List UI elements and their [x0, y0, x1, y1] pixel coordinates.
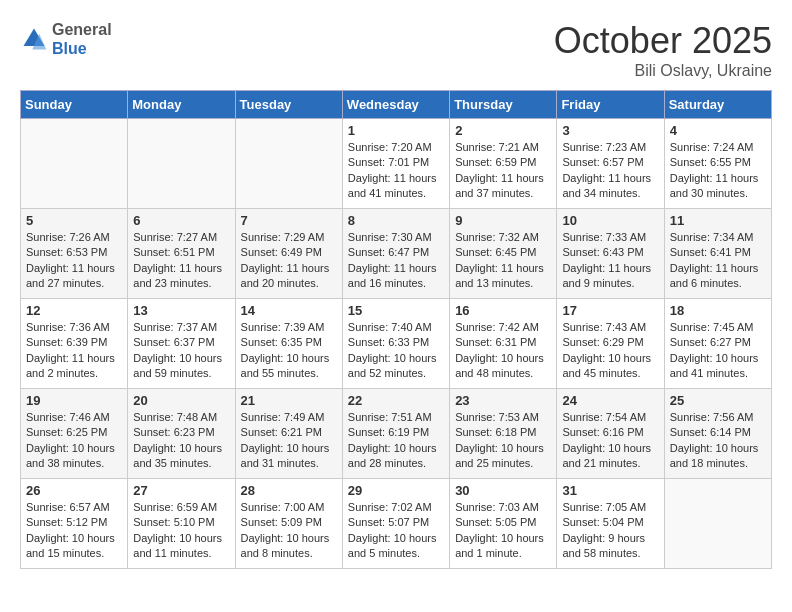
calendar-cell: 13Sunrise: 7:37 AM Sunset: 6:37 PM Dayli…	[128, 299, 235, 389]
day-info: Sunrise: 7:51 AM Sunset: 6:19 PM Dayligh…	[348, 410, 444, 472]
day-number: 27	[133, 483, 229, 498]
day-number: 26	[26, 483, 122, 498]
day-info: Sunrise: 6:59 AM Sunset: 5:10 PM Dayligh…	[133, 500, 229, 562]
day-number: 8	[348, 213, 444, 228]
day-number: 30	[455, 483, 551, 498]
day-info: Sunrise: 7:26 AM Sunset: 6:53 PM Dayligh…	[26, 230, 122, 292]
calendar-cell: 31Sunrise: 7:05 AM Sunset: 5:04 PM Dayli…	[557, 479, 664, 569]
calendar-cell: 19Sunrise: 7:46 AM Sunset: 6:25 PM Dayli…	[21, 389, 128, 479]
weekday-header: Monday	[128, 91, 235, 119]
calendar-cell: 28Sunrise: 7:00 AM Sunset: 5:09 PM Dayli…	[235, 479, 342, 569]
day-number: 24	[562, 393, 658, 408]
day-info: Sunrise: 7:34 AM Sunset: 6:41 PM Dayligh…	[670, 230, 766, 292]
page-header: General Blue October 2025 Bili Oslavy, U…	[20, 20, 772, 80]
day-info: Sunrise: 7:36 AM Sunset: 6:39 PM Dayligh…	[26, 320, 122, 382]
day-info: Sunrise: 7:39 AM Sunset: 6:35 PM Dayligh…	[241, 320, 337, 382]
day-number: 19	[26, 393, 122, 408]
day-number: 14	[241, 303, 337, 318]
calendar-week-row: 12Sunrise: 7:36 AM Sunset: 6:39 PM Dayli…	[21, 299, 772, 389]
calendar-cell	[664, 479, 771, 569]
day-number: 22	[348, 393, 444, 408]
calendar-cell: 30Sunrise: 7:03 AM Sunset: 5:05 PM Dayli…	[450, 479, 557, 569]
day-number: 16	[455, 303, 551, 318]
calendar-cell: 4Sunrise: 7:24 AM Sunset: 6:55 PM Daylig…	[664, 119, 771, 209]
day-number: 18	[670, 303, 766, 318]
calendar-cell: 11Sunrise: 7:34 AM Sunset: 6:41 PM Dayli…	[664, 209, 771, 299]
day-number: 7	[241, 213, 337, 228]
day-info: Sunrise: 7:45 AM Sunset: 6:27 PM Dayligh…	[670, 320, 766, 382]
calendar-cell: 10Sunrise: 7:33 AM Sunset: 6:43 PM Dayli…	[557, 209, 664, 299]
weekday-header: Wednesday	[342, 91, 449, 119]
calendar-cell: 29Sunrise: 7:02 AM Sunset: 5:07 PM Dayli…	[342, 479, 449, 569]
day-info: Sunrise: 7:27 AM Sunset: 6:51 PM Dayligh…	[133, 230, 229, 292]
calendar-week-row: 1Sunrise: 7:20 AM Sunset: 7:01 PM Daylig…	[21, 119, 772, 209]
weekday-header: Thursday	[450, 91, 557, 119]
day-number: 28	[241, 483, 337, 498]
calendar-cell: 26Sunrise: 6:57 AM Sunset: 5:12 PM Dayli…	[21, 479, 128, 569]
day-number: 23	[455, 393, 551, 408]
day-info: Sunrise: 7:21 AM Sunset: 6:59 PM Dayligh…	[455, 140, 551, 202]
day-info: Sunrise: 7:02 AM Sunset: 5:07 PM Dayligh…	[348, 500, 444, 562]
day-info: Sunrise: 7:24 AM Sunset: 6:55 PM Dayligh…	[670, 140, 766, 202]
day-number: 20	[133, 393, 229, 408]
day-number: 13	[133, 303, 229, 318]
day-info: Sunrise: 7:43 AM Sunset: 6:29 PM Dayligh…	[562, 320, 658, 382]
calendar-cell: 2Sunrise: 7:21 AM Sunset: 6:59 PM Daylig…	[450, 119, 557, 209]
day-number: 2	[455, 123, 551, 138]
day-number: 4	[670, 123, 766, 138]
calendar-cell: 25Sunrise: 7:56 AM Sunset: 6:14 PM Dayli…	[664, 389, 771, 479]
logo-blue-text: Blue	[52, 40, 87, 57]
day-number: 3	[562, 123, 658, 138]
day-info: Sunrise: 7:48 AM Sunset: 6:23 PM Dayligh…	[133, 410, 229, 472]
calendar-cell: 9Sunrise: 7:32 AM Sunset: 6:45 PM Daylig…	[450, 209, 557, 299]
day-number: 29	[348, 483, 444, 498]
calendar-week-row: 26Sunrise: 6:57 AM Sunset: 5:12 PM Dayli…	[21, 479, 772, 569]
day-info: Sunrise: 7:40 AM Sunset: 6:33 PM Dayligh…	[348, 320, 444, 382]
day-info: Sunrise: 7:20 AM Sunset: 7:01 PM Dayligh…	[348, 140, 444, 202]
weekday-header: Sunday	[21, 91, 128, 119]
calendar-cell: 8Sunrise: 7:30 AM Sunset: 6:47 PM Daylig…	[342, 209, 449, 299]
day-info: Sunrise: 7:46 AM Sunset: 6:25 PM Dayligh…	[26, 410, 122, 472]
day-info: Sunrise: 7:49 AM Sunset: 6:21 PM Dayligh…	[241, 410, 337, 472]
calendar-cell: 24Sunrise: 7:54 AM Sunset: 6:16 PM Dayli…	[557, 389, 664, 479]
day-info: Sunrise: 7:30 AM Sunset: 6:47 PM Dayligh…	[348, 230, 444, 292]
day-number: 25	[670, 393, 766, 408]
calendar-cell: 16Sunrise: 7:42 AM Sunset: 6:31 PM Dayli…	[450, 299, 557, 389]
calendar-cell: 20Sunrise: 7:48 AM Sunset: 6:23 PM Dayli…	[128, 389, 235, 479]
day-info: Sunrise: 6:57 AM Sunset: 5:12 PM Dayligh…	[26, 500, 122, 562]
title-block: October 2025 Bili Oslavy, Ukraine	[554, 20, 772, 80]
calendar-cell: 21Sunrise: 7:49 AM Sunset: 6:21 PM Dayli…	[235, 389, 342, 479]
day-number: 17	[562, 303, 658, 318]
day-number: 11	[670, 213, 766, 228]
day-number: 5	[26, 213, 122, 228]
day-info: Sunrise: 7:53 AM Sunset: 6:18 PM Dayligh…	[455, 410, 551, 472]
calendar-week-row: 19Sunrise: 7:46 AM Sunset: 6:25 PM Dayli…	[21, 389, 772, 479]
calendar-cell: 3Sunrise: 7:23 AM Sunset: 6:57 PM Daylig…	[557, 119, 664, 209]
day-info: Sunrise: 7:00 AM Sunset: 5:09 PM Dayligh…	[241, 500, 337, 562]
day-number: 6	[133, 213, 229, 228]
calendar-week-row: 5Sunrise: 7:26 AM Sunset: 6:53 PM Daylig…	[21, 209, 772, 299]
day-info: Sunrise: 7:37 AM Sunset: 6:37 PM Dayligh…	[133, 320, 229, 382]
day-number: 10	[562, 213, 658, 228]
day-number: 31	[562, 483, 658, 498]
day-info: Sunrise: 7:54 AM Sunset: 6:16 PM Dayligh…	[562, 410, 658, 472]
calendar-cell: 6Sunrise: 7:27 AM Sunset: 6:51 PM Daylig…	[128, 209, 235, 299]
day-number: 9	[455, 213, 551, 228]
month-title: October 2025	[554, 20, 772, 62]
logo-icon	[20, 25, 48, 53]
calendar-cell: 23Sunrise: 7:53 AM Sunset: 6:18 PM Dayli…	[450, 389, 557, 479]
calendar-cell: 17Sunrise: 7:43 AM Sunset: 6:29 PM Dayli…	[557, 299, 664, 389]
day-info: Sunrise: 7:29 AM Sunset: 6:49 PM Dayligh…	[241, 230, 337, 292]
calendar-cell: 1Sunrise: 7:20 AM Sunset: 7:01 PM Daylig…	[342, 119, 449, 209]
day-number: 1	[348, 123, 444, 138]
weekday-header: Tuesday	[235, 91, 342, 119]
calendar-cell: 12Sunrise: 7:36 AM Sunset: 6:39 PM Dayli…	[21, 299, 128, 389]
day-info: Sunrise: 7:56 AM Sunset: 6:14 PM Dayligh…	[670, 410, 766, 472]
day-info: Sunrise: 7:42 AM Sunset: 6:31 PM Dayligh…	[455, 320, 551, 382]
weekday-header: Friday	[557, 91, 664, 119]
weekday-header: Saturday	[664, 91, 771, 119]
calendar-cell: 22Sunrise: 7:51 AM Sunset: 6:19 PM Dayli…	[342, 389, 449, 479]
day-info: Sunrise: 7:33 AM Sunset: 6:43 PM Dayligh…	[562, 230, 658, 292]
day-info: Sunrise: 7:32 AM Sunset: 6:45 PM Dayligh…	[455, 230, 551, 292]
calendar-cell: 14Sunrise: 7:39 AM Sunset: 6:35 PM Dayli…	[235, 299, 342, 389]
